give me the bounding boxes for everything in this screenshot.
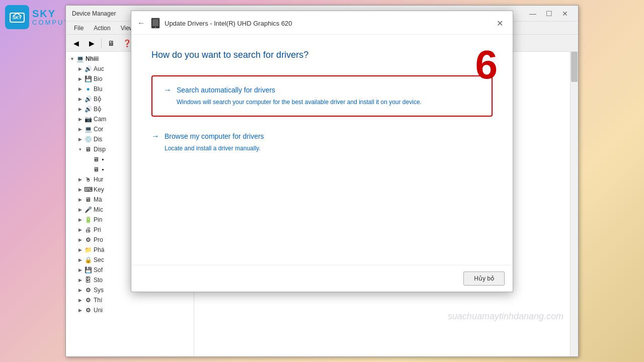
option1-link[interactable]: → Search automatically for drivers (164, 85, 480, 95)
sky-icon: SKY (5, 5, 29, 29)
dialog-question: How do you want to search for drivers? (151, 52, 493, 60)
update-drivers-dialog: ← Update Drivers - Intel(R) UHD Graphics… (131, 52, 513, 292)
cancel-button[interactable]: Hủy bỏ (463, 272, 505, 286)
option-search-automatically[interactable]: → Search automatically for drivers Windo… (151, 75, 493, 117)
option2-description: Locate and install a driver manually. (151, 144, 493, 153)
step-number: 6 (475, 52, 498, 85)
main-content: ▾ 💻 Nhiii ▶ 🔊 Auc ▶ 💾 Bio ▶ ● Blu (66, 52, 578, 356)
svg-text:SKY: SKY (13, 15, 22, 20)
device-manager-window: Device Manager — ☐ ✕ File Action View He… (65, 5, 579, 357)
option1-description: Windows will search your computer for th… (164, 98, 480, 107)
option2-arrow: → (151, 132, 159, 141)
option-browse-computer[interactable]: → Browse my computer for drivers Locate … (151, 127, 493, 158)
dialog-footer: Hủy bỏ (131, 265, 513, 292)
option1-label: Search automatically for drivers (177, 86, 275, 94)
option2-label: Browse my computer for drivers (165, 132, 264, 140)
dialog-body: 6 How do you want to search for drivers?… (131, 52, 513, 265)
option2-link[interactable]: → Browse my computer for drivers (151, 132, 493, 141)
dialog-overlay: ← Update Drivers - Intel(R) UHD Graphics… (66, 52, 578, 356)
option1-arrow: → (164, 85, 172, 95)
